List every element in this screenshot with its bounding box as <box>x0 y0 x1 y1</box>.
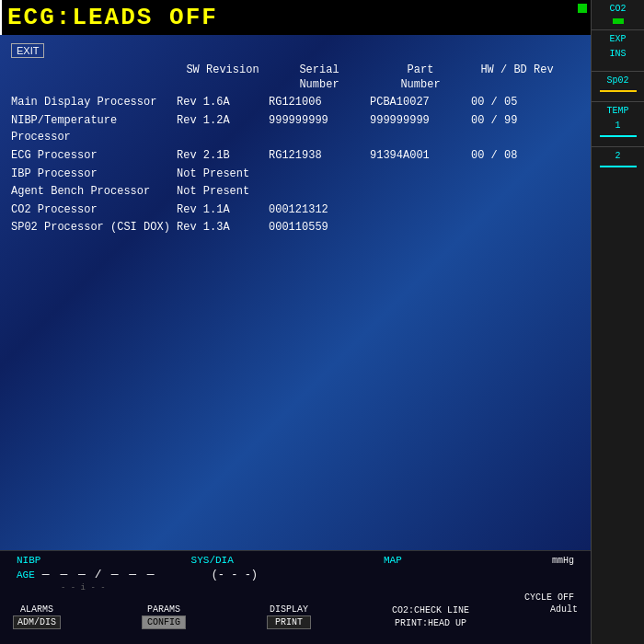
left-line <box>0 0 2 35</box>
sidebar-yellow-line <box>600 90 637 92</box>
right-sidebar: CO2 EXP INS Sp02 TEMP 1 2 <box>591 0 644 644</box>
part-nibp: 999999999 <box>370 112 471 146</box>
mmhg-label: mmHg <box>552 556 574 566</box>
sidebar-ins: INS <box>595 49 640 60</box>
map-value: (- - -) <box>212 569 258 581</box>
processor-ibp: IBP Processor <box>11 166 177 183</box>
main-content: EXIT SW Revision SerialNumber PartNumber… <box>0 35 591 550</box>
serial-main-display: RG121006 <box>269 94 370 111</box>
table-row: IBP Processor Not Present <box>11 166 580 183</box>
not-present-ibp: Not Present <box>177 166 269 183</box>
adult-group: Adult <box>550 604 578 615</box>
processor-agent: Agent Bench Processor <box>11 183 177 201</box>
sidebar-spo2-section: Sp02 <box>592 71 644 98</box>
serial-nibp: 999999999 <box>269 112 370 146</box>
serial-co2: 000121312 <box>269 201 370 219</box>
age-value-2: — — — <box>111 568 156 581</box>
processor-spo2: SP02 Processor (CSI DOX) <box>11 219 177 236</box>
part-co2 <box>370 201 471 219</box>
table-header: SW Revision SerialNumber PartNumber HW /… <box>11 63 580 92</box>
age-sub: - - i - - <box>7 583 583 592</box>
col-part: PartNumber <box>370 63 471 92</box>
bottom-bar: NIBP SYS/DIA MAP mmHg AGE — — — / — — — … <box>0 550 591 644</box>
col-empty <box>11 63 177 92</box>
serial-ibp <box>269 166 370 183</box>
not-present-agent: Not Present <box>177 183 269 201</box>
part-ecg: 91394A001 <box>370 147 471 165</box>
params-top-label: PARAMS <box>147 604 180 615</box>
adult-label: Adult <box>550 604 578 615</box>
table-row: NIBP/Temperature Processor Rev 1.2A 9999… <box>11 112 580 146</box>
cycle-label: CYCLE OFF <box>524 592 574 603</box>
sidebar-co2: CO2 <box>609 4 626 15</box>
display-btn-group: DISPLAY PRINT <box>267 604 311 629</box>
sidebar-2: 2 <box>595 151 640 162</box>
table-row: Main Display Processor Rev 1.6A RG121006… <box>11 94 580 111</box>
params-btn-group: PARAMS CONFIG <box>142 604 186 629</box>
serial-ecg: RG121938 <box>269 147 370 165</box>
sidebar-temp-section: TEMP 1 <box>592 101 644 143</box>
sys-dia-label: SYS/DIA <box>191 555 234 566</box>
slash-separator: / <box>95 568 104 581</box>
part-main-display: PCBA10027 <box>370 94 471 111</box>
hwbd-nibp: 00 / 99 <box>471 112 563 146</box>
nibp-row: NIBP SYS/DIA MAP mmHg <box>7 555 583 566</box>
serial-spo2: 000110559 <box>269 219 370 236</box>
sidebar-green-bar-1 <box>613 18 624 24</box>
hwbd-ecg: 00 / 08 <box>471 147 563 165</box>
processor-ecg: ECG Processor <box>11 147 177 165</box>
top-header: ECG:LEADS OFF <box>0 0 589 35</box>
exit-button[interactable]: EXIT <box>11 43 44 58</box>
part-agent <box>370 183 471 201</box>
age-label: AGE <box>17 569 35 581</box>
serial-agent <box>269 183 370 201</box>
nibp-label: NIBP <box>17 555 40 566</box>
display-top-label: DISPLAY <box>270 604 308 615</box>
table-row: ECG Processor Rev 2.1B RG121938 91394A00… <box>11 147 580 165</box>
rev-main-display: Rev 1.6A <box>177 94 269 111</box>
green-indicator <box>578 4 587 13</box>
table-row: CO2 Processor Rev 1.1A 000121312 <box>11 201 580 219</box>
rev-spo2: Rev 1.3A <box>177 219 269 236</box>
table-row: Agent Bench Processor Not Present <box>11 183 580 201</box>
part-spo2 <box>370 219 471 236</box>
table-row: SP02 Processor (CSI DOX) Rev 1.3A 000110… <box>11 219 580 236</box>
bottom-buttons: ALARMS ADM/DIS PARAMS CONFIG DISPLAY PRI… <box>7 604 583 630</box>
col-serial: SerialNumber <box>269 63 370 92</box>
cycle-row: CYCLE OFF <box>7 592 583 603</box>
adm-dis-button[interactable]: ADM/DIS <box>13 615 61 629</box>
hwbd-agent <box>471 183 563 201</box>
sidebar-cyan-line-1 <box>600 135 637 137</box>
hwbd-ibp <box>471 166 563 183</box>
processor-main-display: Main Display Processor <box>11 94 177 111</box>
rev-nibp: Rev 1.2A <box>177 112 269 146</box>
alarms-top-label: ALARMS <box>20 604 53 615</box>
hwbd-main-display: 00 / 05 <box>471 94 563 111</box>
sidebar-exp: EXP <box>595 34 640 45</box>
sidebar-exp-section: EXP INS <box>592 29 644 67</box>
processor-nibp: NIBP/Temperature Processor <box>11 112 177 146</box>
rev-ecg: Rev 2.1B <box>177 147 269 165</box>
config-button[interactable]: CONFIG <box>142 615 186 629</box>
co2-check-line: CO2:CHECK LINEPRINT:HEAD UP <box>392 604 469 630</box>
print-button[interactable]: PRINT <box>267 615 311 629</box>
co2-info-group: CO2:CHECK LINEPRINT:HEAD UP <box>392 604 469 630</box>
ecg-title: ECG:LEADS OFF <box>7 4 218 31</box>
map-label: MAP <box>384 555 402 566</box>
rev-co2: Rev 1.1A <box>177 201 269 219</box>
sidebar-2-section: 2 <box>592 146 644 173</box>
age-row: AGE — — — / — — — (- - -) <box>7 568 583 581</box>
sidebar-cyan-line-2 <box>600 166 637 167</box>
col-sw-revision: SW Revision <box>177 63 269 92</box>
col-hwbd: HW / BD Rev <box>471 63 563 92</box>
info-table: SW Revision SerialNumber PartNumber HW /… <box>11 63 580 236</box>
age-value-1: — — — <box>42 568 87 581</box>
hwbd-co2 <box>471 201 563 219</box>
alarms-btn-group: ALARMS ADM/DIS <box>13 604 61 629</box>
sidebar-temp-1: 1 <box>595 121 640 132</box>
hwbd-spo2 <box>471 219 563 236</box>
sidebar-spo2: Sp02 <box>595 75 640 86</box>
part-ibp <box>370 166 471 183</box>
sidebar-temp: TEMP <box>595 106 640 117</box>
processor-co2: CO2 Processor <box>11 201 177 219</box>
